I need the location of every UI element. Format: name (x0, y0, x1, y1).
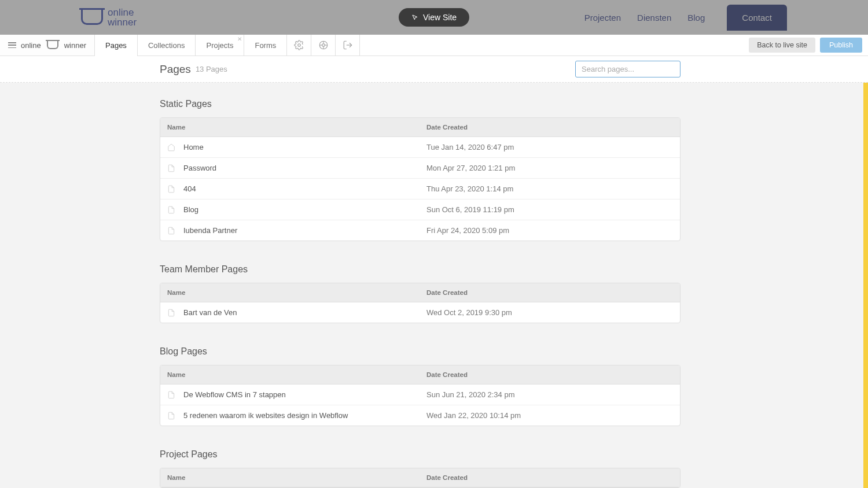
logout-icon (343, 40, 353, 50)
row-date: Thu Apr 23, 2020 1:14 pm (426, 184, 673, 193)
table-row[interactable]: PasswordMon Apr 27, 2020 1:21 pm (160, 158, 680, 179)
table-row[interactable]: 5 redenen waarom ik websites design in W… (160, 405, 680, 426)
row-name: Blog (183, 205, 426, 214)
row-name: 5 redenen waarom ik websites design in W… (183, 411, 426, 420)
content-inner: Static PagesNameDate CreatedHomeTue Jan … (160, 99, 681, 488)
toolbar-right: Back to live site Publish (749, 35, 868, 56)
page-icon (167, 206, 178, 214)
page-header: Pages 13 Pages (0, 56, 868, 83)
table-row[interactable]: 404Thu Apr 23, 2020 1:14 pm (160, 179, 680, 199)
page-icon (167, 164, 178, 172)
back-to-live-button[interactable]: Back to live site (749, 38, 815, 53)
row-date: Sun Jun 21, 2020 2:34 pm (426, 390, 673, 399)
row-name: Iubenda Partner (183, 226, 426, 235)
table-row[interactable]: Iubenda PartnerFri Apr 24, 2020 5:09 pm (160, 220, 680, 241)
project-chip[interactable]: online winner (0, 35, 95, 56)
help-button[interactable] (311, 35, 336, 56)
view-site-label: View Site (423, 13, 457, 22)
row-date: Sun Oct 6, 2019 11:19 pm (426, 205, 673, 214)
editor-tabs: Pages Collections Projects ✕ Forms (95, 35, 360, 56)
svg-point-0 (298, 44, 301, 47)
row-name: Home (183, 143, 426, 151)
tab-collections[interactable]: Collections (138, 35, 196, 56)
col-date: Date Created (426, 371, 673, 378)
row-name: De Webflow CMS in 7 stappen (183, 390, 426, 399)
row-name: 404 (183, 184, 426, 193)
search-input[interactable] (582, 65, 674, 73)
scrollbar-accent (863, 83, 868, 488)
col-date: Date Created (426, 474, 673, 481)
table-row[interactable]: BlogSun Oct 6, 2019 11:19 pm (160, 199, 680, 220)
table-header: NameDate Created (160, 468, 680, 487)
hamburger-icon (8, 42, 16, 48)
mini-logo-icon (47, 41, 58, 49)
tab-forms-label: Forms (255, 41, 276, 50)
pages-table: NameDate CreatedDe Webflow CMS in 7 stap… (160, 365, 681, 426)
row-name: Password (183, 164, 426, 172)
col-name: Name (167, 124, 426, 131)
table-row[interactable]: De Webflow CMS in 7 stappenSun Jun 21, 2… (160, 385, 680, 405)
section-title: Team Member Pages (160, 264, 681, 275)
tab-projects[interactable]: Projects ✕ (196, 35, 244, 56)
home-icon (167, 143, 178, 151)
row-name: Bart van de Ven (183, 308, 426, 317)
page-count: 13 Pages (196, 65, 227, 73)
page-icon (167, 185, 178, 193)
page-icon (167, 227, 178, 235)
publish-button[interactable]: Publish (820, 38, 862, 53)
project-label-2: winner (64, 41, 86, 50)
tab-forms[interactable]: Forms (244, 35, 287, 56)
tab-collections-label: Collections (148, 41, 185, 50)
close-icon[interactable]: ✕ (237, 36, 242, 42)
pages-table: NameDate CreatedBart van de VenWed Oct 2… (160, 283, 681, 323)
table-header: NameDate Created (160, 283, 680, 302)
view-site-button[interactable]: View Site (399, 8, 469, 27)
table-header: NameDate Created (160, 118, 680, 137)
section-title: Static Pages (160, 99, 681, 109)
row-date: Wed Jan 22, 2020 10:14 pm (426, 411, 673, 420)
table-row[interactable]: Bart van de VenWed Oct 2, 2019 9:30 pm (160, 302, 680, 323)
project-label-1: online (21, 41, 41, 50)
page-icon (167, 391, 178, 399)
col-name: Name (167, 289, 426, 296)
col-date: Date Created (426, 124, 673, 131)
table-header: NameDate Created (160, 365, 680, 385)
row-date: Mon Apr 27, 2020 1:21 pm (426, 164, 673, 172)
search-box[interactable] (575, 61, 681, 77)
help-icon (318, 40, 329, 50)
editor-toolbar: online winner Pages Collections Projects… (0, 35, 868, 56)
cursor-icon (411, 14, 418, 21)
tab-projects-label: Projects (206, 41, 233, 50)
row-date: Wed Oct 2, 2019 9:30 pm (426, 308, 673, 317)
pages-table: NameDate CreatedHomeTue Jan 14, 2020 6:4… (160, 117, 681, 241)
svg-point-2 (322, 44, 325, 47)
row-date: Fri Apr 24, 2020 5:09 pm (426, 226, 673, 235)
content-scroll[interactable]: Static PagesNameDate CreatedHomeTue Jan … (0, 83, 868, 488)
col-name: Name (167, 474, 426, 481)
col-name: Name (167, 371, 426, 378)
row-date: Tue Jan 14, 2020 6:47 pm (426, 143, 673, 151)
page-icon (167, 412, 178, 420)
table-row[interactable]: HomeTue Jan 14, 2020 6:47 pm (160, 137, 680, 158)
gear-icon (294, 40, 304, 50)
page-icon (167, 309, 178, 317)
settings-button[interactable] (287, 35, 311, 56)
tab-pages[interactable]: Pages (95, 35, 138, 56)
page-title: Pages (160, 63, 191, 76)
section-title: Blog Pages (160, 346, 681, 357)
col-date: Date Created (426, 289, 673, 296)
section-title: Project Pages (160, 449, 681, 460)
pages-table: NameDate Created (160, 468, 681, 488)
logout-button[interactable] (336, 35, 360, 56)
tab-pages-label: Pages (105, 41, 127, 50)
